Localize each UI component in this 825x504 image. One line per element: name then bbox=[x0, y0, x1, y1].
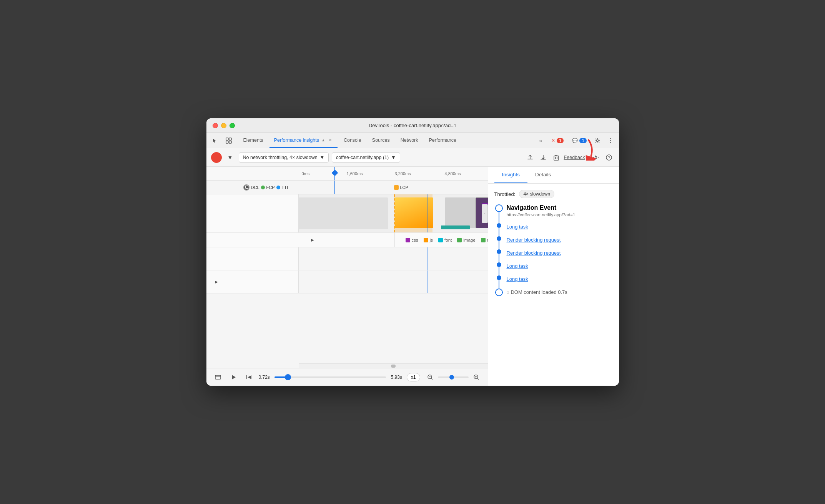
insights-tabs: Insights Details bbox=[488, 167, 619, 184]
expand-main-btn[interactable]: ▶ bbox=[211, 277, 222, 287]
legend-left: ▶ bbox=[303, 233, 395, 247]
expand-track-btn[interactable]: ▶ bbox=[307, 235, 318, 245]
long-task-2-dot bbox=[497, 262, 501, 267]
rewind-button[interactable] bbox=[243, 372, 254, 383]
settings2-icon[interactable] bbox=[590, 152, 601, 163]
screenshot-toggle-btn[interactable] bbox=[213, 372, 223, 383]
throttled-row: Throttled: 4× slowdown bbox=[494, 190, 613, 198]
ruler-mark-1600: 1,600ms bbox=[347, 171, 363, 176]
speed-control: x1 bbox=[407, 373, 420, 381]
nav-event-url: https://coffee-cart.netlify.app/?ad=1 bbox=[507, 212, 613, 217]
tab-performance-insights[interactable]: Performance insights ▲ ✕ bbox=[269, 133, 338, 148]
record-dropdown-icon[interactable]: ▼ bbox=[225, 152, 236, 163]
more-options-icon[interactable]: ⋮ bbox=[605, 135, 616, 146]
zoom-thumb[interactable] bbox=[449, 375, 454, 380]
tab-console[interactable]: Console bbox=[339, 133, 366, 148]
render-block-2-row: Render blocking request bbox=[494, 249, 613, 262]
fcp-label: FCP bbox=[266, 185, 275, 190]
svg-text:?: ? bbox=[608, 156, 610, 160]
error-badge-button[interactable]: ✕ 1 bbox=[548, 137, 567, 144]
long-task-1-dot bbox=[497, 223, 501, 228]
long-task-3-dot bbox=[497, 275, 501, 280]
dcl-label: DCL bbox=[251, 185, 259, 190]
svg-marker-16 bbox=[248, 375, 251, 379]
screenshots-content bbox=[299, 194, 488, 232]
dom-loaded-dot bbox=[495, 288, 503, 296]
lcp-label: LCP bbox=[400, 185, 408, 190]
network-track bbox=[206, 247, 488, 270]
long-task-3-row: Long task bbox=[494, 275, 613, 288]
playhead-network bbox=[427, 247, 427, 270]
time-start: 0.72s bbox=[259, 375, 270, 380]
ruler-mark-3200: 3,200ms bbox=[395, 171, 411, 176]
url-dropdown[interactable]: coffee-cart.netlify.app (1) ▼ bbox=[332, 153, 400, 162]
tab-bar-right: » ✕ 1 💬 1 ⋮ bbox=[535, 133, 615, 148]
gray-screenshot-block2 bbox=[445, 197, 477, 228]
throttle-dropdown[interactable]: No network throttling, 4× slowdown ▼ bbox=[239, 153, 329, 162]
tab-close-icon[interactable]: ✕ bbox=[328, 138, 333, 143]
render-block-2-link[interactable]: Render blocking request bbox=[507, 250, 561, 256]
screenshots-label bbox=[206, 194, 299, 232]
long-task-2-link[interactable]: Long task bbox=[507, 263, 528, 269]
tab-details[interactable]: Details bbox=[527, 167, 559, 183]
time-slider[interactable] bbox=[274, 376, 386, 378]
tab-sources[interactable]: Sources bbox=[368, 133, 394, 148]
track-rows: › ▶ css js bbox=[206, 194, 488, 363]
delete-icon[interactable] bbox=[551, 152, 562, 163]
minimize-button[interactable] bbox=[221, 123, 226, 128]
nav-event-row: Navigation Event https://coffee-cart.net… bbox=[494, 204, 613, 223]
lcp-screenshot-block bbox=[395, 197, 433, 228]
scrollbar-thumb[interactable] bbox=[391, 365, 396, 368]
svg-marker-14 bbox=[232, 375, 236, 380]
zoom-controls bbox=[425, 372, 482, 383]
settings-icon[interactable] bbox=[592, 135, 603, 146]
legend-css: css bbox=[406, 238, 418, 242]
devtools-window: DevTools - coffee-cart.netlify.app/?ad=1… bbox=[206, 118, 619, 386]
main-thread-track: ▶ bbox=[206, 270, 488, 293]
maximize-button[interactable] bbox=[230, 123, 235, 128]
network-content bbox=[299, 247, 488, 270]
legend-items: css js font image bbox=[401, 238, 488, 242]
zoom-slider[interactable] bbox=[438, 376, 469, 378]
tab-bar: Elements Performance insights ▲ ✕ Consol… bbox=[206, 133, 619, 148]
time-slider-thumb[interactable] bbox=[285, 374, 291, 380]
svg-rect-0 bbox=[226, 138, 228, 140]
window-title: DevTools - coffee-cart.netlify.app/?ad=1 bbox=[369, 123, 456, 128]
close-button[interactable] bbox=[213, 123, 218, 128]
message-badge-button[interactable]: 💬 1 bbox=[569, 137, 589, 144]
render-block-1-link[interactable]: Render blocking request bbox=[507, 237, 561, 243]
playhead-diamond bbox=[331, 170, 338, 176]
zoom-in-btn[interactable] bbox=[471, 372, 482, 383]
tab-network[interactable]: Network bbox=[396, 133, 423, 148]
more-tabs-button[interactable]: » bbox=[535, 135, 546, 146]
render-block-2-dot bbox=[497, 249, 501, 254]
svg-line-19 bbox=[431, 378, 432, 380]
vertical-timeline: Navigation Event https://coffee-cart.net… bbox=[494, 204, 613, 302]
dom-loaded-row: ○ DOM content loaded 0.7s bbox=[494, 288, 613, 302]
tab-performance[interactable]: Performance bbox=[424, 133, 461, 148]
svg-point-4 bbox=[596, 139, 598, 141]
feedback-link[interactable]: Feedback bbox=[564, 155, 585, 160]
inspect-icon[interactable] bbox=[223, 135, 234, 146]
speed-button[interactable]: x1 bbox=[407, 373, 420, 381]
svg-point-8 bbox=[595, 156, 597, 158]
long-task-3-link[interactable]: Long task bbox=[507, 276, 528, 282]
tab-insights[interactable]: Insights bbox=[494, 167, 528, 183]
legend-font: font bbox=[438, 238, 452, 242]
help-icon[interactable]: ? bbox=[604, 152, 614, 163]
upload-icon[interactable] bbox=[525, 152, 536, 163]
zoom-out-btn[interactable] bbox=[425, 372, 436, 383]
dcl-icon bbox=[243, 184, 249, 191]
collapse-arrow[interactable]: › bbox=[482, 204, 488, 223]
svg-rect-1 bbox=[229, 138, 231, 140]
record-button[interactable] bbox=[211, 152, 222, 163]
scrollbar-track[interactable] bbox=[391, 365, 396, 368]
svg-rect-2 bbox=[226, 141, 228, 143]
timeline-scrollbar bbox=[299, 363, 488, 368]
download-icon[interactable] bbox=[538, 152, 549, 163]
play-button[interactable] bbox=[228, 372, 239, 383]
nav-event-content: Navigation Event https://coffee-cart.net… bbox=[504, 204, 613, 223]
tab-elements[interactable]: Elements bbox=[239, 133, 268, 148]
cursor-icon[interactable] bbox=[210, 135, 220, 146]
long-task-1-link[interactable]: Long task bbox=[507, 224, 528, 230]
